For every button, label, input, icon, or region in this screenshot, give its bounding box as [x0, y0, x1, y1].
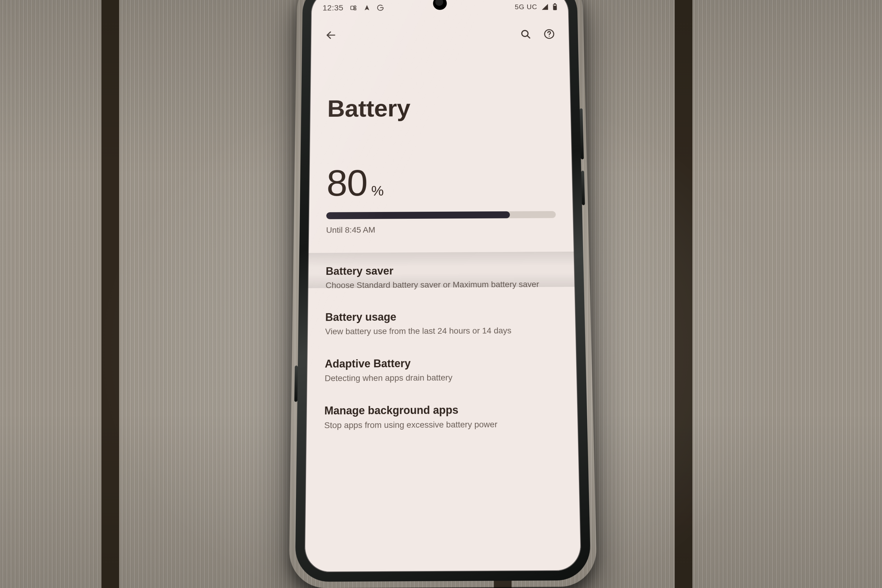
list-item-title: Manage background apps — [324, 404, 560, 417]
battery-status-icon — [552, 3, 557, 10]
list-item-manage-background-apps[interactable]: Manage background apps Stop apps from us… — [324, 393, 560, 442]
battery-percent-symbol: % — [371, 183, 384, 199]
battery-estimate: Until 8:45 AM — [326, 224, 556, 235]
status-time: 12:35 — [322, 3, 344, 12]
svg-line-7 — [527, 36, 530, 38]
phone-frame: 12:35 — [295, 0, 591, 582]
help-button[interactable] — [538, 24, 560, 44]
list-item-subtitle: Detecting when apps drain battery — [325, 371, 559, 384]
list-item-battery-usage[interactable]: Battery usage View battery use from the … — [325, 300, 558, 348]
arrow-left-icon — [325, 30, 337, 41]
battery-progress-fill — [326, 212, 510, 219]
page-title: Battery — [310, 44, 571, 122]
svg-point-9 — [549, 36, 550, 37]
maps-notification-icon — [363, 4, 370, 11]
phone-screen: 12:35 — [304, 0, 582, 572]
list-item-title: Battery saver — [326, 264, 557, 278]
search-button[interactable] — [515, 24, 536, 44]
screen-bottom-fade — [304, 552, 582, 572]
svg-rect-4 — [554, 5, 556, 6]
app-bar — [311, 15, 570, 45]
battery-progress-bar — [326, 211, 556, 219]
signal-icon — [541, 3, 549, 10]
status-network-label: 5G UC — [515, 3, 537, 11]
svg-rect-0 — [351, 6, 354, 10]
list-item-title: Battery usage — [325, 310, 558, 324]
google-notification-icon — [376, 4, 384, 11]
battery-percent-value: 80 — [326, 162, 367, 204]
settings-list: Battery saver Choose Standard battery sa… — [306, 233, 578, 442]
list-item-battery-saver[interactable]: Battery saver Choose Standard battery sa… — [326, 254, 557, 301]
teams-notification-icon — [350, 4, 357, 12]
back-button[interactable] — [321, 25, 341, 45]
svg-rect-3 — [554, 3, 556, 4]
phone-device: 12:35 — [295, 0, 591, 582]
list-item-subtitle: Stop apps from using excessive battery p… — [324, 418, 560, 431]
list-item-adaptive-battery[interactable]: Adaptive Battery Detecting when apps dra… — [325, 346, 560, 394]
help-icon — [543, 28, 555, 40]
search-icon — [520, 28, 531, 40]
battery-summary: 80 % Until 8:45 AM — [308, 121, 574, 235]
list-item-title: Adaptive Battery — [325, 356, 559, 370]
list-item-subtitle: View battery use from the last 24 hours … — [325, 325, 558, 337]
list-item-subtitle: Choose Standard battery saver or Maximum… — [326, 279, 557, 291]
svg-point-1 — [354, 6, 356, 8]
